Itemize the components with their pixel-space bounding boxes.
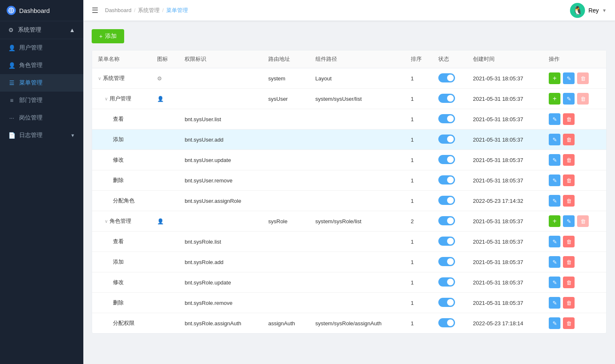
cell-created: 2021-05-31 18:05:37	[467, 211, 543, 232]
sidebar-section-header[interactable]: ⚙ 系统管理 ▲	[0, 21, 83, 39]
row-delete-button[interactable]: 🗑	[577, 72, 589, 84]
row-edit-button[interactable]: ✎	[549, 277, 560, 288]
cell-name: 分配权限	[92, 313, 151, 334]
main-area: ☰ Dashboard / 系统管理 / 菜单管理 🐧 Rey ▼ + 添加	[83, 0, 615, 364]
cell-component	[310, 252, 405, 272]
row-delete-button[interactable]: 🗑	[563, 134, 575, 145]
col-name: 菜单名称	[92, 50, 151, 68]
hamburger-icon[interactable]: ☰	[92, 6, 98, 15]
cell-route	[262, 232, 310, 252]
row-delete-button[interactable]: 🗑	[563, 277, 575, 288]
cell-actions: ✎🗑	[543, 232, 606, 252]
cell-sort: 1	[405, 252, 432, 272]
sidebar-item-post-mgmt[interactable]: ··· 岗位管理	[0, 109, 83, 127]
menu-name-text: 修改	[98, 279, 124, 286]
collapse-arrow-icon[interactable]: ∨	[105, 96, 108, 102]
status-toggle[interactable]	[438, 175, 455, 184]
row-add-button[interactable]: +	[549, 93, 560, 105]
cell-name: 查看	[92, 109, 151, 130]
row-edit-button[interactable]: ✎	[549, 317, 560, 329]
row-edit-button[interactable]: ✎	[549, 297, 560, 309]
cell-sort: 1	[405, 130, 432, 150]
status-toggle[interactable]	[438, 298, 455, 307]
sidebar-item-user-mgmt[interactable]: 👤 用户管理	[0, 39, 83, 57]
action-buttons: +✎🗑	[549, 215, 600, 227]
cell-actions: ✎🗑	[543, 170, 606, 191]
row-edit-button[interactable]: ✎	[549, 113, 560, 125]
cell-actions: +✎🗑	[543, 211, 606, 232]
row-edit-button[interactable]: ✎	[549, 256, 560, 268]
row-delete-button[interactable]: 🗑	[563, 175, 575, 186]
status-toggle[interactable]	[438, 216, 455, 225]
row-edit-button[interactable]: ✎	[549, 134, 560, 145]
user-icon: 👤	[8, 45, 15, 51]
row-delete-button[interactable]: 🗑	[563, 113, 575, 125]
collapse-arrow-icon[interactable]: ∨	[98, 76, 101, 81]
cell-route	[262, 191, 310, 211]
menu-name-text: 分配权限	[98, 319, 135, 327]
user-avatar-button[interactable]: 🐧	[570, 3, 585, 18]
cell-created: 2022-05-23 17:18:14	[467, 313, 543, 334]
status-toggle[interactable]	[438, 196, 455, 205]
status-toggle[interactable]	[438, 114, 455, 123]
cell-component: system/sysRole/assignAuth	[310, 313, 405, 334]
status-toggle[interactable]	[438, 155, 455, 164]
breadcrumb-dashboard[interactable]: Dashboard	[105, 7, 132, 13]
menu-name-text: 添加	[98, 258, 124, 266]
cell-permission: bnt.sysRole.remove	[179, 293, 262, 313]
cell-component	[310, 293, 405, 313]
row-edit-button[interactable]: ✎	[563, 72, 575, 84]
row-delete-button[interactable]: 🗑	[577, 215, 589, 227]
row-add-button[interactable]: +	[549, 72, 560, 84]
status-toggle[interactable]	[438, 135, 455, 144]
collapse-arrow-icon[interactable]: ∨	[105, 219, 108, 224]
menu-table-wrapper: 菜单名称 图标 权限标识 路由地址 组件路径 排序 状态 创建时间 操作 ∨系统…	[92, 50, 607, 334]
table-row: 添加bnt.sysUser.add12021-05-31 18:05:37✎🗑	[92, 130, 606, 150]
cell-route: sysRole	[262, 211, 310, 232]
action-buttons: ✎🗑	[549, 317, 600, 329]
status-toggle[interactable]	[438, 237, 455, 246]
breadcrumb-sep1: /	[134, 7, 136, 13]
action-buttons: ✎🗑	[549, 175, 600, 186]
sidebar-item-dept-mgmt[interactable]: ≡ 部门管理	[0, 92, 83, 109]
sidebar-item-log-mgmt[interactable]: 📄 日志管理 ▼	[0, 127, 83, 144]
breadcrumb-system[interactable]: 系统管理	[138, 7, 160, 14]
add-button-label: 添加	[105, 32, 117, 40]
status-toggle[interactable]	[438, 94, 455, 103]
status-toggle[interactable]	[438, 318, 455, 327]
cell-sort: 1	[405, 68, 432, 89]
row-edit-button[interactable]: ✎	[549, 195, 560, 207]
row-delete-button[interactable]: 🗑	[563, 297, 575, 309]
status-toggle[interactable]	[438, 257, 455, 266]
row-edit-button[interactable]: ✎	[549, 175, 560, 186]
sidebar-item-role-mgmt[interactable]: 👤 角色管理	[0, 57, 83, 74]
cell-permission: bnt.sysUser.remove	[179, 170, 262, 191]
add-button[interactable]: + 添加	[92, 29, 124, 43]
sidebar-item-label: 用户管理	[19, 44, 42, 52]
row-delete-button[interactable]: 🗑	[563, 195, 575, 207]
status-toggle[interactable]	[438, 277, 455, 287]
cell-sort: 1	[405, 293, 432, 313]
row-edit-button[interactable]: ✎	[563, 215, 575, 227]
cell-actions: ✎🗑	[543, 191, 606, 211]
row-edit-button[interactable]: ✎	[549, 154, 560, 166]
menu-name-text: 添加	[98, 136, 124, 143]
dropdown-arrow-icon[interactable]: ▼	[602, 8, 607, 13]
cell-status	[432, 89, 467, 109]
row-delete-button[interactable]: 🗑	[563, 154, 575, 166]
row-delete-button[interactable]: 🗑	[563, 256, 575, 268]
row-add-button[interactable]: +	[549, 215, 560, 227]
cell-permission: bnt.sysUser.assignRole	[179, 191, 262, 211]
cell-route	[262, 170, 310, 191]
cell-name: ∨角色管理	[92, 211, 151, 232]
row-delete-button[interactable]: 🗑	[563, 317, 575, 329]
status-toggle[interactable]	[438, 73, 455, 82]
row-delete-button[interactable]: 🗑	[563, 236, 575, 247]
sidebar-item-menu-mgmt[interactable]: ☰ 菜单管理	[0, 74, 83, 92]
cell-name: 修改	[92, 272, 151, 293]
row-edit-button[interactable]: ✎	[563, 93, 575, 105]
cell-actions: +✎🗑	[543, 68, 606, 89]
row-delete-button[interactable]: 🗑	[577, 93, 589, 105]
row-edit-button[interactable]: ✎	[549, 236, 560, 247]
cell-sort: 1	[405, 109, 432, 130]
